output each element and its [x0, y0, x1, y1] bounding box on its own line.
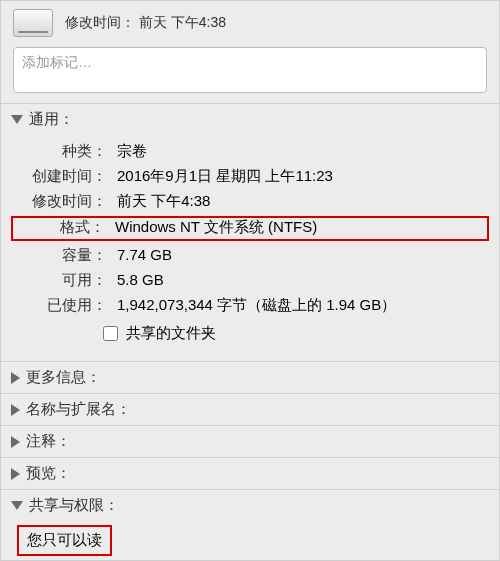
format-value: Windows NT 文件系统 (NTFS)	[105, 218, 317, 237]
top-modified: 修改时间： 前天 下午4:38	[65, 14, 226, 32]
kind-value: 宗卷	[107, 142, 147, 161]
row-used: 已使用： 1,942,073,344 字节（磁盘上的 1.94 GB）	[1, 293, 499, 318]
row-kind: 种类： 宗卷	[1, 139, 499, 164]
section-general-body: 种类： 宗卷 创建时间： 2016年9月1日 星期四 上午11:23 修改时间：…	[1, 135, 499, 361]
disclosure-triangle-right-icon	[11, 436, 20, 448]
section-preview-header[interactable]: 预览：	[1, 458, 499, 489]
row-available: 可用： 5.8 GB	[1, 268, 499, 293]
row-shared-folder: 共享的文件夹	[1, 318, 499, 353]
section-sharing-title: 共享与权限：	[29, 496, 119, 515]
tags-input[interactable]: 添加标记…	[13, 47, 487, 93]
highlight-permission: 您只可以读	[17, 525, 112, 556]
disclosure-triangle-right-icon	[11, 372, 20, 384]
created-value: 2016年9月1日 星期四 上午11:23	[107, 167, 333, 186]
highlight-format: 格式： Windows NT 文件系统 (NTFS)	[11, 216, 489, 241]
permission-text: 您只可以读	[27, 531, 102, 548]
drive-icon	[13, 9, 53, 37]
row-modified: 修改时间： 前天 下午4:38	[1, 189, 499, 214]
section-general-header[interactable]: 通用：	[1, 104, 499, 135]
capacity-value: 7.74 GB	[107, 246, 172, 263]
top-modified-value: 前天 下午4:38	[139, 14, 226, 30]
section-name-ext-header[interactable]: 名称与扩展名：	[1, 394, 499, 425]
shared-folder-label: 共享的文件夹	[126, 324, 216, 343]
disclosure-triangle-down-icon	[11, 501, 23, 510]
available-value: 5.8 GB	[107, 271, 164, 288]
modified-label: 修改时间：	[15, 192, 107, 211]
kind-label: 种类：	[15, 142, 107, 161]
disclosure-triangle-right-icon	[11, 404, 20, 416]
section-preview-title: 预览：	[26, 464, 71, 483]
section-comments-header[interactable]: 注释：	[1, 426, 499, 457]
section-comments-title: 注释：	[26, 432, 71, 451]
section-more-info-header[interactable]: 更多信息：	[1, 362, 499, 393]
disclosure-triangle-right-icon	[11, 468, 20, 480]
shared-folder-checkbox[interactable]	[103, 326, 118, 341]
used-label: 已使用：	[15, 296, 107, 315]
capacity-label: 容量：	[15, 246, 107, 265]
row-capacity: 容量： 7.74 GB	[1, 243, 499, 268]
section-sharing-header[interactable]: 共享与权限：	[1, 490, 499, 521]
section-more-info-title: 更多信息：	[26, 368, 101, 387]
format-label: 格式：	[15, 218, 105, 237]
available-label: 可用：	[15, 271, 107, 290]
created-label: 创建时间：	[15, 167, 107, 186]
row-format: 格式： Windows NT 文件系统 (NTFS)	[13, 218, 485, 237]
section-name-ext-title: 名称与扩展名：	[26, 400, 131, 419]
disclosure-triangle-down-icon	[11, 115, 23, 124]
tags-placeholder: 添加标记…	[22, 54, 92, 70]
row-created: 创建时间： 2016年9月1日 星期四 上午11:23	[1, 164, 499, 189]
used-value: 1,942,073,344 字节（磁盘上的 1.94 GB）	[107, 296, 396, 315]
modified-value: 前天 下午4:38	[107, 192, 210, 211]
section-sharing-body: 您只可以读	[17, 525, 499, 556]
section-general-title: 通用：	[29, 110, 74, 129]
top-modified-label: 修改时间：	[65, 14, 135, 30]
